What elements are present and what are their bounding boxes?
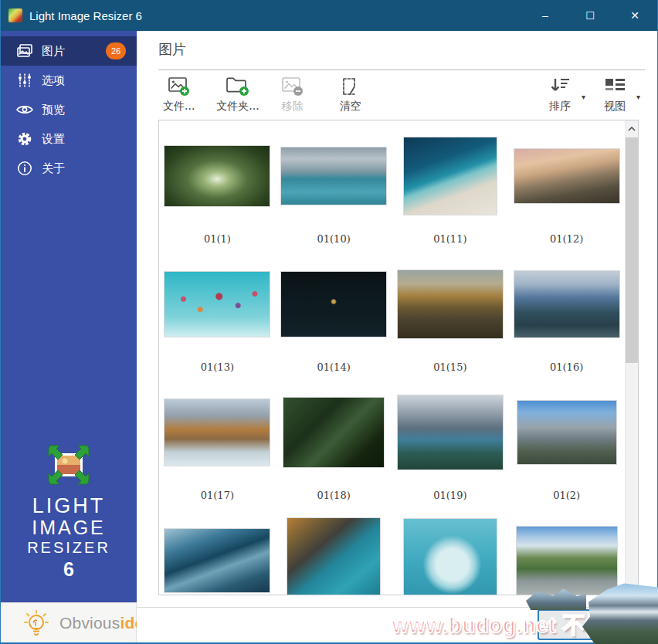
- image-thumbnail[interactable]: [287, 517, 381, 595]
- image-thumbnail[interactable]: [397, 395, 504, 470]
- toolbar-button-label: 文件夹...: [216, 100, 259, 114]
- titlebar: Light Image Resizer 6 – ☐ ✕: [1, 0, 657, 31]
- window-title: Light Image Resizer 6: [29, 9, 523, 22]
- image-label: 01(16): [550, 361, 583, 373]
- image-thumbnail[interactable]: [280, 271, 387, 337]
- toolbar-button-label: 清空: [340, 100, 361, 114]
- remove-button[interactable]: 移除: [276, 73, 309, 115]
- gallery-cell: 01(19): [392, 386, 509, 514]
- add-folder-icon: [226, 74, 250, 97]
- image-label: 01(14): [317, 361, 351, 373]
- maximize-button[interactable]: ☐: [568, 0, 612, 31]
- image-label: 01(15): [433, 361, 466, 373]
- sidebar-item-label: 关于: [42, 161, 126, 176]
- sort-button[interactable]: 排序 ▾: [544, 73, 585, 115]
- gallery-cell: 01(16): [508, 258, 625, 386]
- gallery-cell: 01(11): [392, 130, 509, 258]
- toolbar: 文件... 文件夹... 移除 清空: [158, 73, 645, 117]
- photos-icon: [16, 43, 33, 59]
- gallery-cell: 01(1): [159, 130, 276, 258]
- clear-icon: [341, 74, 361, 97]
- image-label: 01(12): [550, 233, 583, 245]
- image-label: 01(17): [201, 490, 234, 501]
- image-thumbnail[interactable]: [514, 148, 620, 204]
- gallery-cell: 01(2): [508, 386, 625, 514]
- image-thumbnail[interactable]: [283, 397, 385, 468]
- brand-line-resizer: RESIZER: [1, 538, 137, 558]
- view-button[interactable]: 视图 ▾: [599, 73, 640, 115]
- close-button[interactable]: ✕: [612, 0, 657, 31]
- minimize-button[interactable]: –: [523, 0, 568, 31]
- clear-button[interactable]: 清空: [335, 73, 366, 115]
- image-thumbnail[interactable]: [164, 398, 270, 466]
- gallery-cell: 01(18): [276, 386, 392, 514]
- sidebar-item-about[interactable]: 关于: [1, 154, 137, 183]
- scrollbar-up-button[interactable]: [626, 120, 638, 137]
- image-thumbnail[interactable]: [164, 145, 270, 207]
- lightbulb-icon: [21, 608, 52, 639]
- gallery-cell: [159, 514, 276, 595]
- eye-icon: [16, 102, 33, 117]
- image-thumbnail[interactable]: [516, 526, 618, 595]
- scrollbar-thumb[interactable]: [626, 137, 639, 363]
- chevron-down-icon[interactable]: ▾: [582, 93, 585, 101]
- toolbar-button-label: 排序: [549, 100, 571, 114]
- chevron-down-icon[interactable]: ▾: [636, 93, 640, 101]
- sidebar-item-preview[interactable]: 预览: [1, 95, 137, 124]
- gear-icon: [16, 131, 33, 147]
- main-panel: 图片 文件... 文件夹... 移除: [137, 31, 657, 642]
- image-thumbnail[interactable]: [517, 400, 617, 465]
- sidebar-item-settings[interactable]: 设置: [1, 124, 137, 154]
- sidebar-item-label: 设置: [42, 132, 126, 147]
- sidebar-item-label: 选项: [42, 73, 126, 88]
- sidebar-item-images[interactable]: 图片 26: [1, 36, 137, 66]
- image-label: 01(10): [317, 233, 351, 245]
- brand-block: LIGHT IMAGE RESIZER 6: [1, 444, 137, 581]
- image-thumbnail[interactable]: [164, 528, 270, 593]
- image-label: 01(19): [433, 490, 466, 501]
- resizer-logo-icon: [44, 444, 93, 486]
- image-thumbnail[interactable]: [403, 518, 497, 595]
- brand-line-version: 6: [1, 558, 137, 581]
- gallery-cell: 01(17): [159, 386, 276, 514]
- gallery-cell: 01(15): [392, 258, 509, 386]
- image-thumbnail[interactable]: [403, 137, 497, 215]
- image-grid: 01(1)01(10)01(11)01(12)01(13)01(14)01(15…: [159, 120, 625, 595]
- sidebar-item-label: 预览: [42, 103, 126, 117]
- image-label: 01(1): [204, 233, 231, 245]
- image-count-badge: 26: [106, 42, 126, 59]
- gallery-cell: 01(10): [276, 130, 392, 258]
- gallery-cell: 01(13): [159, 258, 276, 386]
- add-files-button[interactable]: 文件...: [158, 73, 199, 115]
- image-label: 01(13): [201, 361, 234, 373]
- view-icon: [604, 74, 626, 97]
- sidebar-item-options[interactable]: 选项: [1, 66, 137, 95]
- sidebar-item-label: 图片: [42, 44, 106, 59]
- gallery-cell: [392, 514, 509, 595]
- image-thumbnail[interactable]: [397, 269, 504, 339]
- image-thumbnail[interactable]: [280, 147, 387, 205]
- image-thumbnail[interactable]: [164, 271, 270, 337]
- obviousidea-logo[interactable]: Obviousidea!: [1, 602, 137, 642]
- toolbar-button-label: 文件...: [163, 100, 195, 114]
- add-folder-button[interactable]: 文件夹...: [212, 73, 263, 115]
- watermark-site: www.budog.net: [392, 614, 557, 637]
- image-list-panel: 01(1)01(10)01(11)01(12)01(13)01(14)01(15…: [158, 120, 639, 595]
- add-image-icon: [168, 74, 191, 97]
- sort-icon: [549, 74, 571, 97]
- sidebar: 图片 26 选项 预览 设置: [1, 31, 137, 602]
- brand-line-image: IMAGE: [1, 517, 137, 539]
- image-label: 01(18): [317, 490, 351, 501]
- gallery-cell: 01(12): [508, 130, 625, 258]
- gallery-cell: 01(14): [276, 258, 392, 386]
- info-icon: [16, 161, 33, 176]
- app-icon: [8, 8, 22, 22]
- image-label: 01(2): [553, 490, 580, 501]
- image-thumbnail[interactable]: [514, 270, 620, 338]
- gallery-cell: [276, 514, 392, 595]
- image-label: 01(11): [433, 233, 466, 245]
- vertical-scrollbar[interactable]: [625, 120, 638, 595]
- page-title: 图片: [158, 40, 186, 59]
- brand-line-light: LIGHT: [1, 495, 137, 517]
- gallery-cell: [508, 514, 625, 595]
